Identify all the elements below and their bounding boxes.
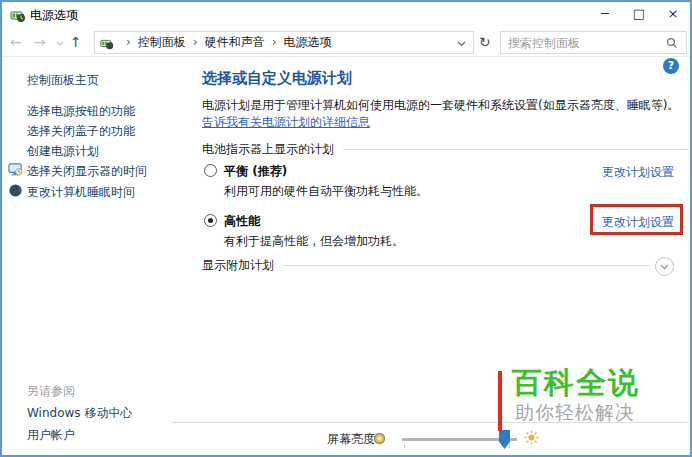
sidebar-item-power-buttons[interactable]: 选择电源按钮的功能: [27, 103, 135, 120]
breadcrumb-separator: ›: [119, 35, 138, 49]
see-also-header: 另请参阅: [27, 383, 75, 400]
breadcrumb: ›控制面板›硬件和声音›电源选项: [119, 32, 331, 53]
change-plan-settings-link-balanced[interactable]: 更改计划设置: [602, 164, 674, 181]
up-icon[interactable]: ↑: [70, 28, 82, 56]
plan-high-performance-description: 有利于提高性能，但会增加功耗。: [224, 233, 404, 250]
battery-plans-section: 电池指示器上显示的计划: [202, 142, 687, 157]
sidebar-item-display-off-time[interactable]: 选择关闭显示器的时间: [27, 163, 147, 180]
sidebar-item-user-accounts[interactable]: 用户帐户: [27, 427, 75, 444]
expand-additional-plans-button[interactable]: [655, 257, 674, 276]
watermark-subtitle: 助你轻松解决: [515, 400, 635, 426]
title-bar: 电源选项 ─ □ ×: [2, 2, 690, 28]
sidebar-item-mobility-center[interactable]: Windows 移动中心: [27, 405, 132, 422]
learn-more-link[interactable]: 告诉我有关电源计划的详细信息: [202, 115, 370, 129]
sidebar-item-sleep-time[interactable]: 更改计算机睡眠时间: [27, 184, 135, 201]
slider-tick: [509, 444, 510, 448]
power-options-icon: [10, 7, 26, 23]
slider-tick: [404, 444, 405, 448]
chevron-down-icon: [660, 264, 669, 270]
section-divider: [283, 265, 650, 266]
watermark-title: 百科全说: [512, 363, 640, 404]
screen-brightness-label: 屏幕亮度:: [327, 431, 379, 448]
sidebar-item-create-plan[interactable]: 创建电源计划: [27, 143, 99, 160]
address-bar[interactable]: ›控制面板›硬件和声音›电源选项: [94, 31, 474, 54]
address-dropdown-chevron-icon[interactable]: [457, 41, 466, 47]
page-title: 选择或自定义电源计划: [202, 69, 352, 88]
window-title: 电源选项: [30, 2, 78, 28]
additional-plans-label: 显示附加计划: [202, 257, 274, 274]
page-description: 电源计划是用于管理计算机如何使用电源的一套硬件和系统设置(如显示器亮度、睡眠等)…: [202, 97, 682, 131]
radio-balanced[interactable]: [204, 164, 217, 177]
plan-balanced-name[interactable]: 平衡 (推荐): [224, 163, 287, 180]
plan-high-performance-name[interactable]: 高性能: [224, 213, 260, 230]
section-divider: [343, 149, 687, 150]
breadcrumb-power-options[interactable]: 电源选项: [283, 35, 331, 49]
refresh-icon[interactable]: ↻: [479, 28, 491, 56]
search-icon[interactable]: [666, 37, 678, 49]
navigation-bar: ← → ↑ ›控制面板›硬件和声音›电源选项 ↻: [2, 28, 690, 57]
watermark-bar: [498, 371, 502, 431]
brightness-low-icon: [373, 432, 386, 445]
breadcrumb-separator: ›: [186, 35, 205, 49]
maximize-button[interactable]: □: [622, 2, 656, 28]
forward-icon[interactable]: →: [34, 28, 46, 56]
search-input[interactable]: [508, 33, 658, 52]
plan-balanced-description: 利用可用的硬件自动平衡功耗与性能。: [224, 183, 428, 200]
search-box: [500, 31, 687, 54]
breadcrumb-control-panel[interactable]: 控制面板: [138, 35, 186, 49]
display-off-time-icon: [8, 162, 23, 177]
sidebar-item-control-panel-home[interactable]: 控制面板主页: [27, 72, 99, 89]
additional-plans-section: 显示附加计划: [202, 258, 650, 273]
radio-high-performance[interactable]: [204, 214, 217, 227]
back-icon[interactable]: ←: [10, 28, 22, 56]
minimize-button[interactable]: ─: [588, 2, 622, 28]
sidebar-item-lid-close[interactable]: 选择关闭盖子的功能: [27, 123, 135, 140]
change-plan-settings-link-high-performance[interactable]: 更改计划设置: [602, 214, 674, 231]
brightness-high-icon: [524, 430, 539, 445]
breadcrumb-hardware-sound[interactable]: 硬件和声音: [205, 35, 265, 49]
breadcrumb-separator: ›: [265, 35, 284, 49]
power-options-window: 电源选项 ─ □ × ← → ↑ ›控制面板›硬件和声音›电源选项: [0, 0, 692, 457]
help-icon[interactable]: ?: [663, 58, 679, 74]
power-options-breadcrumb-icon: [100, 36, 114, 50]
battery-plans-label: 电池指示器上显示的计划: [202, 141, 334, 158]
recent-pages-chevron-icon[interactable]: [56, 41, 64, 46]
close-button[interactable]: ×: [656, 2, 690, 28]
sleep-time-icon: [8, 183, 23, 198]
